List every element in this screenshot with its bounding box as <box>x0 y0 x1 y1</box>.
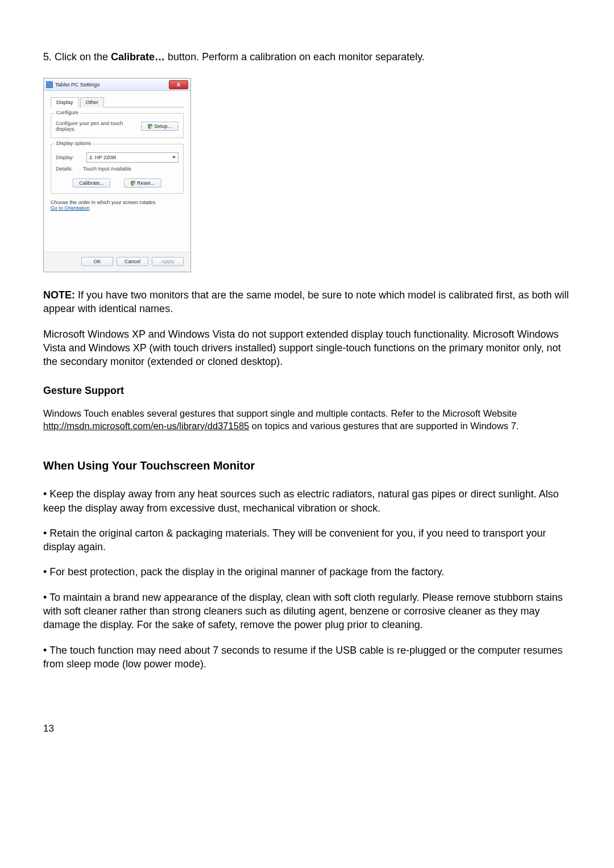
calibrate-button[interactable]: Calibrate... <box>73 178 110 188</box>
shield-icon <box>148 124 152 129</box>
xp-vista-paragraph: Microsoft Windows XP and Windows Vista d… <box>43 327 571 369</box>
dialog-titlebar: Tablet PC Settings x <box>44 78 190 91</box>
display-options-fieldset: Display options Display: 2. HP 2209t Det… <box>51 144 184 194</box>
page-number: 13 <box>43 723 571 734</box>
configure-legend: Configure <box>55 110 80 115</box>
apply-button[interactable]: Apply <box>152 257 184 266</box>
step-prefix: 5. Click on the <box>43 51 111 63</box>
details-value: Touch Input Available <box>83 166 131 172</box>
bullet-1: • Keep the display away from any heat so… <box>43 487 571 515</box>
tablet-pc-settings-dialog: Tablet PC Settings x Display Other Confi… <box>43 78 191 272</box>
gesture-paragraph: Windows Touch enables several gestures t… <box>43 407 571 433</box>
close-icon[interactable]: x <box>169 80 188 89</box>
dialog-tabs: Display Other <box>51 97 184 107</box>
note-text: If you have two monitors that are the sa… <box>43 289 569 314</box>
dialog-button-row: OK Cancel Apply <box>44 252 190 272</box>
setup-button-label: Setup... <box>154 123 172 129</box>
go-to-orientation-link[interactable]: Go to Orientation <box>51 205 90 211</box>
bullet-5: • The touch function may need about 7 se… <box>43 643 571 671</box>
chevron-down-icon <box>172 156 176 159</box>
tab-display[interactable]: Display <box>51 97 79 107</box>
note-paragraph: NOTE: If you have two monitors that are … <box>43 288 571 316</box>
window-icon <box>46 81 53 88</box>
gesture-text-a: Windows Touch enables several gestures t… <box>43 408 517 418</box>
tab-other[interactable]: Other <box>80 97 105 107</box>
bullet-3: • For best protection, pack the display … <box>43 565 571 579</box>
when-using-heading: When Using Your Touchscreen Monitor <box>43 459 571 472</box>
tablet-pc-settings-screenshot: Tablet PC Settings x Display Other Confi… <box>43 78 571 272</box>
reset-button-label: Reset... <box>137 180 155 186</box>
display-label: Display: <box>56 155 83 160</box>
reset-button[interactable]: Reset... <box>124 178 161 188</box>
setup-button[interactable]: Setup... <box>141 122 179 131</box>
orientation-text: Choose the order in which your screen ro… <box>51 200 184 205</box>
note-label: NOTE: <box>43 289 75 301</box>
bullet-2: • Retain the original carton & packaging… <box>43 526 571 554</box>
shield-icon <box>131 181 135 186</box>
calibrate-button-label: Calibrate... <box>79 180 104 186</box>
details-label: Details: <box>56 166 83 172</box>
msdn-link[interactable]: http://msdn.microsoft.com/en-us/library/… <box>43 421 249 431</box>
display-dropdown-value: 2. HP 2209t <box>89 155 116 160</box>
step-5-instruction: 5. Click on the Calibrate… button. Perfo… <box>43 50 571 64</box>
ok-button[interactable]: OK <box>81 257 113 266</box>
configure-fieldset: Configure Configure your pen and touch d… <box>51 113 184 138</box>
gesture-support-heading: Gesture Support <box>43 385 571 397</box>
step-suffix: button. Perform a calibration on each mo… <box>165 51 425 63</box>
display-dropdown[interactable]: 2. HP 2209t <box>86 152 179 163</box>
bullet-4: • To maintain a brand new appearance of … <box>43 591 571 632</box>
display-options-legend: Display options <box>55 140 93 146</box>
step-bold: Calibrate… <box>111 51 165 63</box>
cancel-button[interactable]: Cancel <box>117 257 148 266</box>
gesture-text-b: on topics and various gestures that are … <box>249 421 518 431</box>
configure-text: Configure your pen and touch displays. <box>56 121 141 132</box>
dialog-title: Tablet PC Settings <box>55 81 169 88</box>
